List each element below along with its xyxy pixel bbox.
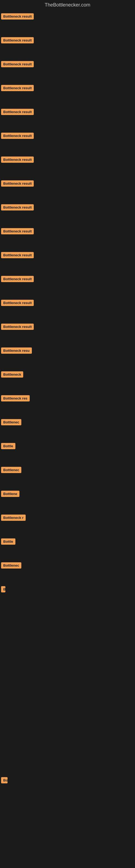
list-item: Bottleneck resu [0, 345, 135, 369]
list-item: Bottleneck result [0, 154, 135, 178]
bottleneck-badge[interactable]: Bottleneck result [1, 323, 34, 330]
bottleneck-badge[interactable]: Bottleneck [1, 371, 23, 378]
bottleneck-badge[interactable]: Bottleneck result [1, 180, 34, 187]
list-item: Bottlenec [0, 417, 135, 441]
bottleneck-badge[interactable]: Bottleneck result [1, 252, 34, 258]
list-item: Bottle [0, 536, 135, 560]
list-item [0, 799, 135, 823]
bottleneck-badge[interactable]: Bottleneck result [1, 37, 34, 43]
list-item [0, 608, 135, 632]
list-item: Bottleneck result [0, 274, 135, 298]
list-item [0, 656, 135, 680]
bottleneck-badge[interactable]: Bottleneck resu [1, 347, 32, 354]
list-item: Bottleneck result [0, 83, 135, 106]
list-item: Bottle [0, 441, 135, 465]
site-title: TheBottlenecker.com [0, 0, 135, 11]
list-item: Bottleneck result [0, 35, 135, 59]
list-item [0, 751, 135, 775]
bottleneck-badge[interactable]: Bottleneck result [1, 133, 34, 139]
bottleneck-badge[interactable]: Bottleneck res [1, 395, 30, 401]
list-item [0, 632, 135, 656]
bottleneck-badge[interactable]: Bottlenec [1, 562, 21, 568]
list-item: Bottlenec [0, 465, 135, 489]
list-item: Bottleneck result [0, 250, 135, 274]
list-item: Bottleneck result [0, 130, 135, 154]
bottleneck-badge[interactable]: Bottlenec [1, 419, 21, 425]
list-item: Bottleneck result [0, 202, 135, 226]
bottleneck-badge[interactable]: B [1, 586, 5, 592]
bottleneck-badge[interactable]: Bottlenec [1, 467, 21, 473]
bottleneck-badge[interactable]: Bottleneck result [1, 109, 34, 115]
list-item: Bottlenec [0, 560, 135, 584]
list-item: Bottleneck [0, 369, 135, 393]
bottleneck-badge[interactable]: Bottleneck result [1, 228, 34, 235]
list-item [0, 727, 135, 751]
items-list: Bottleneck resultBottleneck resultBottle… [0, 11, 135, 868]
list-item: Bottleneck result [0, 298, 135, 321]
bottleneck-badge[interactable]: Bottleneck result [1, 156, 34, 163]
bottleneck-badge[interactable]: Bottleneck result [1, 13, 34, 20]
bottleneck-badge[interactable]: Bottleneck result [1, 61, 34, 67]
list-item: Bottleneck result [0, 106, 135, 130]
bottleneck-badge[interactable]: Bottleneck result [1, 300, 34, 306]
list-item [0, 846, 135, 868]
bottleneck-badge[interactable]: Bottleneck r [1, 515, 26, 521]
list-item [0, 823, 135, 846]
bottleneck-badge[interactable]: Bottleneck result [1, 85, 34, 91]
bottleneck-badge[interactable]: Bottle [1, 443, 15, 449]
list-item: Bottleneck res [0, 393, 135, 417]
bottleneck-badge[interactable]: Bottlene [1, 491, 19, 497]
list-item: Bottleneck result [0, 59, 135, 83]
bottleneck-badge[interactable]: Bo [1, 777, 8, 783]
list-item: Bottleneck result [0, 178, 135, 202]
list-item [0, 703, 135, 727]
list-item: B [0, 584, 135, 608]
list-item: Bo [0, 775, 135, 799]
bottleneck-badge[interactable]: Bottleneck result [1, 204, 34, 211]
list-item: Bottleneck result [0, 11, 135, 35]
bottleneck-badge[interactable]: Bottleneck result [1, 276, 34, 282]
list-item [0, 680, 135, 703]
list-item: Bottleneck result [0, 226, 135, 250]
list-item: Bottleneck result [0, 321, 135, 345]
bottleneck-badge[interactable]: Bottle [1, 538, 15, 545]
list-item: Bottlene [0, 489, 135, 513]
list-item: Bottleneck r [0, 513, 135, 536]
